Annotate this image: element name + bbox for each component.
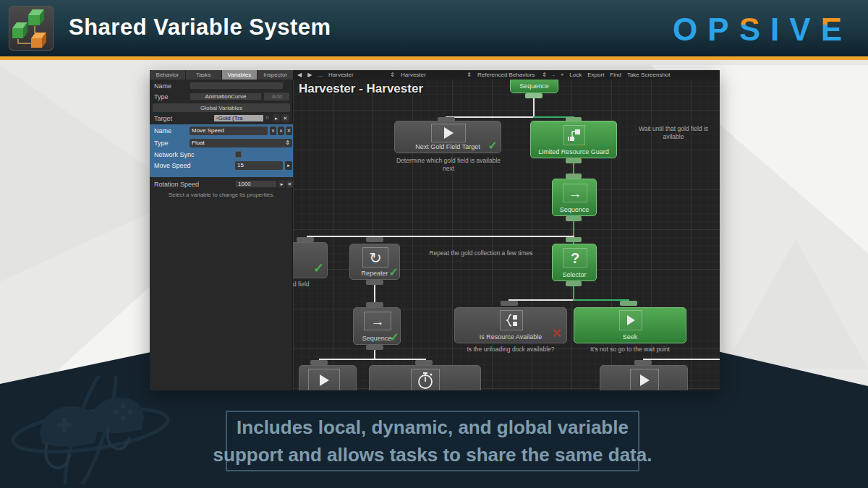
target-object-field[interactable]: ▪Gold (Tra [213,114,264,122]
logo-letter: E [821,12,852,47]
connection-line-active [573,221,574,237]
take-screenshot-button[interactable]: Take Screenshot [627,72,671,78]
bt-node-sequence-root[interactable]: Sequence [510,77,558,93]
caption-box: Includes local, dynamic, and global vari… [226,411,639,471]
zoom-out-button[interactable]: - [553,72,555,78]
connection-nub[interactable] [620,301,637,306]
rotation-speed-input[interactable]: 1000 [235,180,277,188]
move-down-icon[interactable]: ∨ [270,127,276,135]
breadcrumb-ellipsis[interactable]: ... [318,72,323,78]
type-dropdown[interactable]: AnimationCurve [190,93,262,100]
question-glyph: ? [571,251,579,265]
connection-nub[interactable] [501,301,518,306]
connection-nub[interactable] [566,281,582,286]
var-value-label: Move Speed [154,162,191,169]
name-input[interactable] [190,82,284,90]
bt-node-partial-play-2[interactable] [600,365,688,390]
target-share-toggle[interactable]: ▸ [273,114,280,122]
referenced-behaviors-dropdown[interactable]: Referenced Behaviors⇕ [477,72,547,78]
connection-nub[interactable] [566,216,582,221]
connection-nub[interactable] [366,302,383,307]
connection-nub[interactable] [566,158,582,163]
play-icon [308,369,340,390]
connection-nub[interactable] [366,345,383,350]
var-name-label: Name [154,127,171,134]
node-comment: It's not so go to the wait point [574,346,686,354]
stopwatch-icon [411,369,440,390]
bt-node-partial-play[interactable] [299,365,357,390]
export-button[interactable]: Export [587,72,604,78]
connection-nub[interactable] [366,237,383,242]
bt-node-limited-resource-guard[interactable]: Limited Resource Guard [530,121,617,158]
var-type-dropdown[interactable]: Float⇕ [190,139,292,147]
tab-tasks[interactable]: Tasks [186,70,221,80]
behavior-name: Harvester [328,72,354,78]
tab-inspector[interactable]: Inspector [258,70,293,80]
node-label: Is Resource Available [455,333,566,341]
panel-tabs: Behavior Tasks Variables Inspector [150,70,293,80]
connection-line [643,359,720,360]
var-name-input[interactable]: Move Speed [190,127,268,135]
bt-node-repeater[interactable]: ↻ Repeater ✓ [349,244,400,280]
arrow-glyph: → [569,187,582,200]
play-icon [431,124,466,142]
connection-nub[interactable] [415,360,433,365]
behavior-dropdown[interactable]: Harvester⇕ [328,72,395,78]
graph-canvas[interactable]: ◀ ▶ ... Harvester⇕ Harvester⇕ Referenced… [293,70,720,390]
bt-node-is-resource-available[interactable]: Is Resource Available ✕ [454,307,567,343]
success-check-icon: ✓ [488,139,498,153]
bt-node-partial-left[interactable]: ✓ [293,242,328,278]
tab-variables[interactable]: Variables [222,70,258,80]
back-icon[interactable]: ◀ [297,72,302,78]
var-share-toggle[interactable]: ▸ [285,161,292,170]
graph-toolbar: ◀ ▶ ... Harvester⇕ Harvester⇕ Referenced… [293,70,720,80]
rotation-share-toggle[interactable]: ▸ [278,180,285,188]
bt-node-sequence-3[interactable]: → Sequence ✓ [353,307,401,345]
dropdown-icon: ⇕ [467,72,472,78]
connection-nub[interactable] [310,360,328,365]
rotation-delete-button[interactable]: ✕ [286,180,293,188]
type-label: Type [154,93,169,100]
bt-node-sequence-2[interactable]: → Sequence [552,179,597,216]
connection-line-active [573,286,574,301]
connection-nub[interactable] [634,360,652,365]
node-comment: Wait until that gold field is avilable [628,125,719,141]
var-type-label: Type [154,140,169,147]
connection-nub[interactable] [566,174,582,179]
connection-nub[interactable] [566,237,582,242]
bt-node-selector[interactable]: ? Selector [552,244,597,281]
connection-nub[interactable] [297,237,314,242]
bt-node-next-gold-field-target[interactable]: Next Gold Field Target ✓ [394,121,501,153]
connection-nub[interactable] [366,280,383,285]
target-delete-button[interactable]: ✕ [281,114,289,122]
move-up-icon[interactable]: ∧ [278,127,284,135]
network-sync-checkbox[interactable] [235,151,242,158]
tab-behavior[interactable]: Behavior [150,70,185,80]
lock-button[interactable]: Lock [569,72,582,78]
play-icon [630,369,659,390]
connection-nub[interactable] [525,93,542,98]
sequence-arrow-icon: → [364,312,391,330]
add-button[interactable]: Add [264,93,289,100]
forward-icon[interactable]: ▶ [307,72,312,78]
tree-name: Harvester [401,72,426,78]
global-variables-button[interactable]: Global Variables [153,103,290,112]
connection-line [446,116,535,118]
resource-guard-icon [563,125,585,145]
delete-variable-icon[interactable]: ✕ [286,127,292,135]
var-value-input[interactable]: 15 [235,161,283,170]
name-label: Name [154,82,171,90]
bt-node-seek[interactable]: Seek [574,307,686,343]
find-button[interactable]: Find [610,72,621,78]
object-picker-icon[interactable]: ○ [265,114,269,121]
tree-dropdown[interactable]: Harvester⇕ [401,72,472,78]
success-check-icon: ✓ [389,265,399,279]
header-banner: Shared Variable System OPSIVE [0,0,868,56]
target-label: Target [154,115,172,122]
node-comment: Repeat the gold collection a few times [405,249,557,257]
success-check-icon: ✓ [313,260,324,276]
bt-node-partial-wait[interactable] [369,365,481,390]
selected-variable-block[interactable]: Name Move Speed ∨ ∧ ✕ Type Float⇕ Networ… [150,124,293,177]
page-title: Shared Variable System [69,14,331,40]
zoom-in-button[interactable]: + [561,72,564,78]
